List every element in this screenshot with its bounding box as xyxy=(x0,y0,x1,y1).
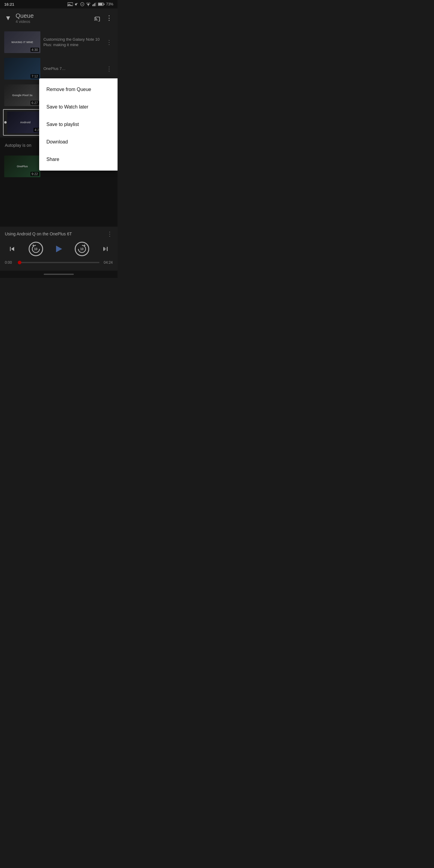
save-to-watch-later-button[interactable]: Save to Watch later xyxy=(39,98,118,116)
remove-from-queue-button[interactable]: Remove from Queue xyxy=(39,81,118,98)
share-button[interactable]: Share xyxy=(39,151,118,168)
download-button[interactable]: Download xyxy=(39,133,118,151)
context-menu: Remove from Queue Save to Watch later Sa… xyxy=(39,79,118,170)
save-to-playlist-button[interactable]: Save to playlist xyxy=(39,116,118,133)
